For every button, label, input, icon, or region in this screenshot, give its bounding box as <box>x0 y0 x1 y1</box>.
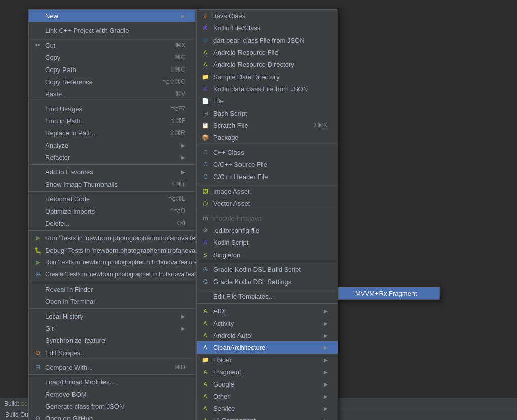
separator-8 <box>29 308 195 309</box>
menu-item-remove-bom[interactable]: Remove BOM <box>29 388 195 400</box>
mvvm-rx-fragment-item[interactable]: MVVM+Rx Fragment <box>339 287 439 299</box>
kotlin-script-icon: K <box>201 238 210 247</box>
android-resource-label: Android Resource File <box>213 49 328 56</box>
menu-item-add-favorites[interactable]: Add to Favorites ▶ <box>29 166 195 178</box>
activity-arrow: ▶ <box>324 321 328 326</box>
submenu-other[interactable]: A Other ▶ <box>197 390 338 402</box>
submenu-sample-data[interactable]: 📁 Sample Data Directory <box>197 71 338 83</box>
menu-item-copy[interactable]: Copy ⌘C <box>29 51 195 63</box>
submenu-android-resource[interactable]: A Android Resource File <box>197 46 338 58</box>
menu-item-new[interactable]: New ▶ <box>29 10 195 22</box>
menu-item-compare-with[interactable]: ⊟ Compare With... ⌘D <box>29 361 195 373</box>
submenu-bash-script[interactable]: ⊟ Bash Script <box>197 107 338 119</box>
menu-item-analyze[interactable]: Analyze ▶ <box>29 139 195 151</box>
submenu-gradle-kotlin-settings[interactable]: G Gradle Kotlin DSL Settings <box>197 275 338 288</box>
menu-item-link-cpp[interactable]: Link C++ Project with Gradle <box>29 24 195 37</box>
android-resource-dir-label: Android Resource Directory <box>213 61 328 68</box>
menu-item-copy-path[interactable]: Copy Path ⇧⌘C <box>29 63 195 76</box>
menu-item-generate-class[interactable]: Generate class from JSON <box>29 400 195 412</box>
menu-item-debug-tests[interactable]: 🐛 Debug 'Tests in 'newborn.photographer.… <box>29 244 195 256</box>
package-icon: 📦 <box>201 133 210 142</box>
submenu-kotlin-data[interactable]: K Kotlin data class File from JSON <box>197 83 338 95</box>
menu-item-git-label: Git <box>45 325 177 332</box>
menu-item-refactor-label: Refactor <box>45 154 177 161</box>
menu-item-open-github[interactable]: ⊙ Open on GitHub <box>29 412 195 420</box>
android-res-icon: A <box>201 48 210 57</box>
submenu-vector-asset[interactable]: ⬡ Vector Asset <box>197 197 338 209</box>
menu-item-copy-path-label: Copy Path <box>45 66 154 74</box>
submenu-package[interactable]: 📦 Package <box>197 131 338 144</box>
submenu-editorconfig[interactable]: ⚙ .editorconfig file <box>197 224 338 236</box>
submenu-singleton[interactable]: S Singleton <box>197 249 338 261</box>
menu-item-paste-label: Paste <box>45 90 160 98</box>
copy-shortcut: ⌘C <box>175 54 185 61</box>
submenu-edit-templates[interactable]: Edit File Templates... <box>197 290 338 302</box>
copy-path-shortcut: ⇧⌘C <box>169 66 185 73</box>
scopes-icon: ⊙ <box>33 348 42 357</box>
cpp-header-label: C/C++ Header File <box>213 173 328 181</box>
menu-item-show-thumbnails[interactable]: Show Image Thumbnails ⇧⌘T <box>29 178 195 190</box>
menu-item-paste[interactable]: Paste ⌘V <box>29 88 195 100</box>
menu-item-copy-reference[interactable]: Copy Reference ⌥⇧⌘C <box>29 76 195 88</box>
menu-item-cut[interactable]: ✂ Cut ⌘X <box>29 39 195 51</box>
image-asset-icon: 🖼 <box>201 187 210 196</box>
submenu-file[interactable]: 📄 File <box>197 95 338 107</box>
menu-item-find-usages[interactable]: Find Usages ⌥F7 <box>29 102 195 115</box>
menu-item-replace-in-path[interactable]: Replace in Path... ⇧⌘R <box>29 127 195 139</box>
menu-item-delete[interactable]: Delete... ⌫ <box>29 217 195 229</box>
submenu-cpp-class[interactable]: C C++ Class <box>197 146 338 158</box>
submenu-scratch-file[interactable]: 📋 Scratch File ⇧⌘N <box>197 119 338 131</box>
debug-tests-icon: 🐛 <box>33 246 42 255</box>
submenu-module-info[interactable]: m module-info.java <box>197 212 338 224</box>
menu-item-open-terminal[interactable]: Open in Terminal <box>29 295 195 307</box>
mvvm-label: MVVM+Rx Fragment <box>355 290 429 297</box>
git-arrow: ▶ <box>181 326 185 331</box>
submenu-ui-component[interactable]: A UI Component ▶ <box>197 414 338 420</box>
submenu-kotlin-script[interactable]: K Kotlin Script <box>197 236 338 249</box>
new-icon <box>33 11 42 20</box>
menu-item-run-coverage[interactable]: ▶ Run 'Tests in 'newborn.photographer.mi… <box>29 256 195 268</box>
java-class-label: Java Class <box>213 12 328 20</box>
menu-item-find-in-path[interactable]: Find in Path... ⇧⌘F <box>29 115 195 127</box>
submenu-folder[interactable]: 📁 Folder ▶ <box>197 354 338 366</box>
submenu-clean-architecture[interactable]: A CleanArchitecture ▶ <box>197 341 338 354</box>
reveal-icon <box>33 285 42 294</box>
submenu-dart-bean[interactable]: D dart bean class File from JSON <box>197 34 338 46</box>
menu-item-debug-tests-label: Debug 'Tests in 'newborn.photographer.mi… <box>45 247 220 254</box>
submenu-service[interactable]: A Service ▶ <box>197 402 338 414</box>
submenu-cpp-header[interactable]: C C/C++ Header File <box>197 170 338 183</box>
submenu-android-resource-dir[interactable]: A Android Resource Directory <box>197 58 338 71</box>
menu-item-synchronize[interactable]: Synchronize 'feature' <box>29 334 195 346</box>
separator-4 <box>29 164 195 165</box>
menu-item-load-modules[interactable]: Load/Unload Modules... <box>29 376 195 388</box>
menu-item-reformat[interactable]: Reformat Code ⌥⌘L <box>29 193 195 205</box>
submenu-android-auto[interactable]: A Android Auto ▶ <box>197 329 338 341</box>
submenu-clean-architecture-items: MVVM+Rx Fragment <box>338 287 440 300</box>
sep-new-6 <box>197 303 338 304</box>
menu-item-create-tests[interactable]: ⊕ Create 'Tests in 'newborn.photographer… <box>29 268 195 281</box>
menu-item-git[interactable]: Git ▶ <box>29 322 195 334</box>
submenu-gradle-kotlin-build[interactable]: G Gradle Kotlin DSL Build Script <box>197 263 338 275</box>
menu-item-run-tests[interactable]: ▶ Run 'Tests in 'newborn.photographer.mi… <box>29 232 195 244</box>
find-in-path-shortcut: ⇧⌘F <box>170 117 185 124</box>
menu-item-reveal-finder[interactable]: Reveal in Finder <box>29 283 195 295</box>
submenu-java-class[interactable]: J Java Class <box>197 10 338 22</box>
find-usages-icon <box>33 104 42 113</box>
submenu-fragment[interactable]: A Fragment ▶ <box>197 366 338 378</box>
menu-item-refactor[interactable]: Refactor ▶ <box>29 151 195 163</box>
replace-path-icon <box>33 128 42 137</box>
copy-ref-shortcut: ⌥⇧⌘C <box>162 78 185 85</box>
menu-item-edit-scopes[interactable]: ⊙ Edit Scopes... <box>29 346 195 359</box>
submenu-activity[interactable]: A Activity ▶ <box>197 317 338 329</box>
menu-item-run-tests-label: Run 'Tests in 'newborn.photographer.mitr… <box>45 234 213 242</box>
fragment-icon: A <box>201 367 210 376</box>
submenu-kotlin-file[interactable]: K Kotlin File/Class <box>197 22 338 34</box>
menu-item-optimize-imports[interactable]: Optimize Imports ^⌥O <box>29 205 195 217</box>
submenu-image-asset[interactable]: 🖼 Image Asset <box>197 185 338 197</box>
submenu-google[interactable]: A Google ▶ <box>197 378 338 390</box>
menu-item-local-history[interactable]: Local History ▶ <box>29 310 195 322</box>
submenu-aidl[interactable]: A AIDL ▶ <box>197 305 338 317</box>
google-label: Google <box>213 380 320 388</box>
file-label: File <box>213 97 328 105</box>
submenu-cpp-source[interactable]: C C/C++ Source File <box>197 158 338 170</box>
